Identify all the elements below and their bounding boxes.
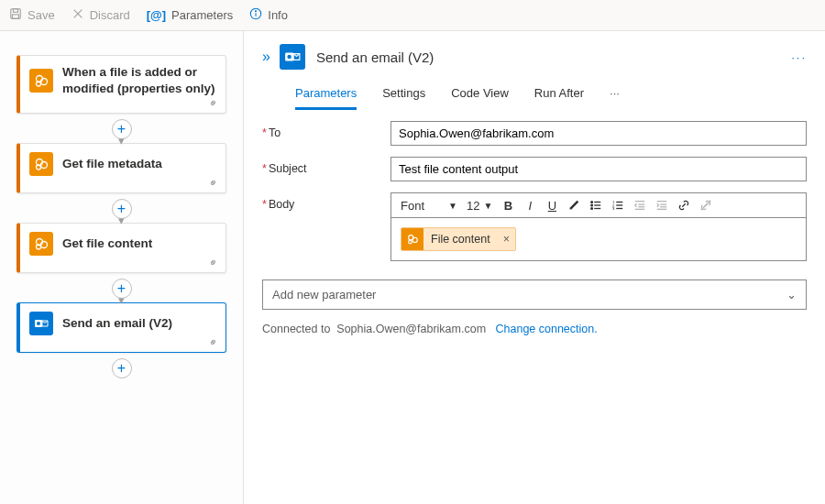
panel-tabs: Parameters Settings Code View Run After … — [295, 86, 807, 110]
action-node-email[interactable]: Send an email (V2) ⚭ — [16, 302, 226, 353]
tab-run-after[interactable]: Run After — [534, 86, 584, 110]
token-remove-button[interactable]: × — [498, 233, 515, 246]
add-step-button[interactable]: + — [112, 358, 132, 378]
body-editor[interactable]: File content × — [390, 218, 807, 261]
info-icon — [249, 7, 262, 23]
svg-point-7 — [256, 11, 257, 12]
svg-point-20 — [287, 55, 292, 60]
tab-code-view[interactable]: Code View — [451, 86, 509, 110]
node-title: Get file metadata — [62, 156, 162, 172]
svg-point-44 — [409, 240, 412, 244]
arrow-icon: ▾ — [118, 219, 125, 223]
svg-point-25 — [591, 208, 593, 210]
panel-more-button[interactable]: ··· — [791, 50, 807, 64]
tab-settings[interactable]: Settings — [382, 86, 425, 110]
svg-rect-1 — [13, 9, 17, 13]
chevron-down-icon: ⌄ — [786, 288, 797, 301]
subject-input[interactable] — [390, 157, 807, 181]
workflow-canvas: When a file is added or modified (proper… — [0, 31, 244, 504]
to-label: *To — [262, 121, 390, 139]
color-button[interactable] — [564, 195, 584, 215]
font-size-select[interactable]: 12▼ — [463, 197, 496, 214]
outlook-icon — [280, 44, 305, 70]
panel-title: Send an email (V2) — [316, 49, 434, 65]
parameters-button[interactable]: [@] Parameters — [147, 8, 234, 22]
svg-point-43 — [412, 237, 417, 242]
tab-more[interactable]: ··· — [610, 86, 620, 110]
rte-toolbar: Font ▼ 12▼ B I U 123 — [390, 192, 807, 218]
parameters-icon: [@] — [147, 8, 166, 22]
change-connection-link[interactable]: Change connection. — [496, 323, 598, 335]
subject-label: *Subject — [262, 157, 390, 175]
arrow-icon: ▾ — [118, 139, 125, 143]
chevron-down-icon: ▼ — [448, 201, 457, 211]
svg-point-18 — [37, 322, 40, 325]
trigger-node[interactable]: When a file is added or modified (proper… — [16, 55, 226, 114]
link-button[interactable] — [674, 195, 694, 215]
save-button[interactable]: Save — [9, 7, 55, 23]
token-label: File content — [424, 233, 498, 246]
info-button[interactable]: Info — [249, 7, 288, 23]
node-title: Send an email (V2) — [62, 315, 172, 332]
save-label: Save — [28, 8, 55, 22]
chevron-down-icon: ▼ — [483, 201, 492, 211]
sharepoint-icon — [29, 69, 53, 93]
outdent-button[interactable] — [630, 195, 650, 215]
body-label: *Body — [262, 192, 390, 211]
font-select[interactable]: Font ▼ — [397, 197, 461, 214]
details-panel: » Send an email (V2) ··· Parameters Sett… — [244, 31, 825, 504]
app-toolbar: Save Discard [@] Parameters Info — [0, 0, 825, 31]
bold-button[interactable]: B — [498, 195, 518, 215]
tab-parameters[interactable]: Parameters — [295, 86, 357, 110]
add-parameter-dropdown[interactable]: Add new parameter ⌄ — [262, 279, 807, 310]
connection-icon: ⚭ — [206, 334, 222, 350]
sharepoint-icon — [402, 228, 424, 250]
action-node-content[interactable]: Get file content ⚭ — [16, 223, 226, 273]
parameters-label: Parameters — [171, 8, 233, 22]
to-input[interactable] — [390, 121, 807, 146]
sharepoint-icon — [29, 232, 53, 256]
bullet-list-button[interactable] — [586, 195, 606, 215]
connection-icon: ⚭ — [206, 175, 222, 191]
discard-label: Discard — [90, 8, 130, 22]
dynamic-content-token[interactable]: File content × — [401, 227, 516, 251]
indent-button[interactable] — [652, 195, 672, 215]
action-node-metadata[interactable]: Get file metadata ⚭ — [16, 143, 226, 193]
outlook-icon — [29, 312, 53, 335]
svg-point-23 — [591, 204, 593, 206]
sharepoint-icon — [29, 152, 53, 176]
italic-button[interactable]: I — [520, 195, 540, 215]
svg-point-21 — [591, 202, 593, 203]
discard-icon — [72, 7, 84, 23]
save-icon — [9, 7, 22, 23]
svg-text:3: 3 — [612, 206, 615, 211]
number-list-button[interactable]: 123 — [608, 195, 628, 215]
add-parameter-label: Add new parameter — [272, 288, 376, 301]
connection-icon: ⚭ — [206, 96, 222, 112]
node-title: When a file is added or modified (proper… — [62, 64, 216, 96]
svg-rect-2 — [13, 15, 19, 18]
discard-button[interactable]: Discard — [72, 7, 130, 23]
unlink-button[interactable] — [696, 195, 716, 215]
info-label: Info — [268, 8, 288, 22]
underline-button[interactable]: U — [542, 195, 562, 215]
connected-account: Sophia.Owen@fabrikam.com — [336, 323, 486, 335]
arrow-icon: ▾ — [118, 299, 125, 302]
connection-icon: ⚭ — [206, 255, 222, 270]
connection-info: Connected to Sophia.Owen@fabrikam.com Ch… — [262, 323, 807, 335]
collapse-panel-button[interactable]: » — [262, 49, 267, 65]
node-title: Get file content — [62, 236, 152, 252]
